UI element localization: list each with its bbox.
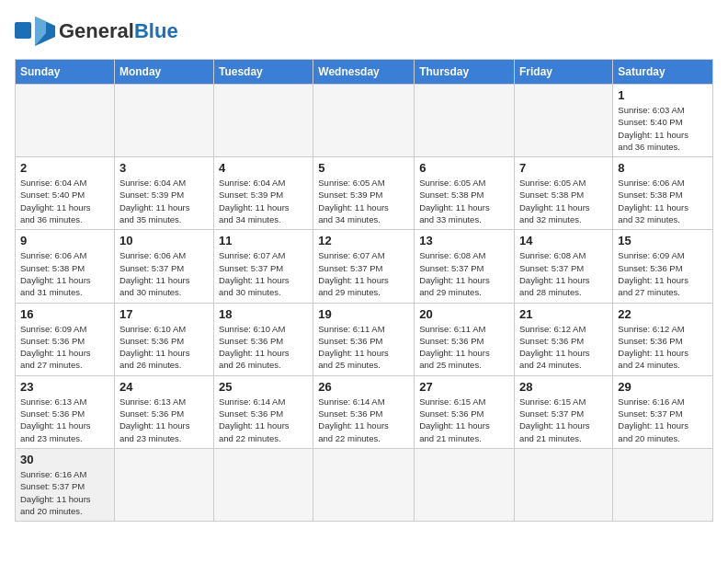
day-number: 15 (618, 234, 708, 247)
calendar-cell (415, 85, 515, 157)
calendar-cell: 20Sunrise: 6:11 AM Sunset: 5:36 PM Dayli… (415, 303, 515, 375)
calendar-cell: 29Sunrise: 6:16 AM Sunset: 5:37 PM Dayli… (613, 375, 713, 448)
calendar-cell (114, 85, 213, 157)
day-info: Sunrise: 6:14 AM Sunset: 5:36 PM Dayligh… (219, 396, 308, 444)
calendar-cell: 30Sunrise: 6:16 AM Sunset: 5:37 PM Dayli… (16, 448, 115, 521)
day-number: 21 (519, 307, 608, 321)
day-number: 18 (219, 307, 308, 321)
day-number: 1 (618, 88, 708, 102)
day-number: 25 (219, 380, 308, 394)
day-number: 19 (318, 307, 409, 321)
calendar-cell: 12Sunrise: 6:07 AM Sunset: 5:37 PM Dayli… (313, 230, 415, 303)
calendar-cell: 25Sunrise: 6:14 AM Sunset: 5:36 PM Dayli… (213, 375, 313, 448)
weekday-header-wednesday: Wednesday (313, 60, 415, 85)
day-number: 2 (20, 161, 109, 175)
day-number: 22 (618, 307, 708, 321)
calendar-cell (114, 448, 213, 521)
calendar-cell: 5Sunrise: 6:05 AM Sunset: 5:39 PM Daylig… (313, 157, 415, 230)
day-info: Sunrise: 6:07 AM Sunset: 5:37 PM Dayligh… (318, 249, 409, 298)
calendar-cell: 22Sunrise: 6:12 AM Sunset: 5:36 PM Dayli… (613, 303, 713, 375)
day-number: 16 (20, 307, 109, 321)
page-header: GeneralBlue (15, 15, 713, 48)
day-info: Sunrise: 6:04 AM Sunset: 5:39 PM Dayligh… (219, 177, 308, 225)
day-info: Sunrise: 6:08 AM Sunset: 5:37 PM Dayligh… (419, 249, 509, 298)
calendar-cell: 21Sunrise: 6:12 AM Sunset: 5:36 PM Dayli… (515, 303, 613, 375)
logo-text: GeneralBlue (59, 19, 178, 42)
svg-rect-0 (15, 22, 31, 39)
calendar-cell: 7Sunrise: 6:05 AM Sunset: 5:38 PM Daylig… (515, 157, 613, 230)
calendar-cell: 13Sunrise: 6:08 AM Sunset: 5:37 PM Dayli… (415, 230, 515, 303)
weekday-header-tuesday: Tuesday (213, 60, 313, 85)
day-number: 8 (618, 161, 708, 175)
day-number: 27 (419, 380, 509, 394)
calendar-cell: 2Sunrise: 6:04 AM Sunset: 5:40 PM Daylig… (16, 157, 115, 230)
day-info: Sunrise: 6:13 AM Sunset: 5:36 PM Dayligh… (119, 396, 209, 444)
day-info: Sunrise: 6:13 AM Sunset: 5:36 PM Dayligh… (20, 396, 109, 444)
day-number: 9 (20, 234, 109, 247)
weekday-header-saturday: Saturday (613, 60, 713, 85)
calendar-cell: 18Sunrise: 6:10 AM Sunset: 5:36 PM Dayli… (213, 303, 313, 375)
calendar-cell: 9Sunrise: 6:06 AM Sunset: 5:38 PM Daylig… (16, 230, 115, 303)
weekday-header-friday: Friday (515, 60, 613, 85)
day-info: Sunrise: 6:05 AM Sunset: 5:38 PM Dayligh… (419, 177, 509, 225)
calendar-cell (213, 448, 313, 521)
day-info: Sunrise: 6:16 AM Sunset: 5:37 PM Dayligh… (618, 396, 708, 444)
day-info: Sunrise: 6:03 AM Sunset: 5:40 PM Dayligh… (618, 104, 708, 153)
calendar-cell: 3Sunrise: 6:04 AM Sunset: 5:39 PM Daylig… (114, 157, 213, 230)
day-info: Sunrise: 6:10 AM Sunset: 5:36 PM Dayligh… (219, 323, 308, 372)
day-info: Sunrise: 6:08 AM Sunset: 5:37 PM Dayligh… (519, 249, 608, 298)
day-number: 30 (20, 453, 109, 466)
day-info: Sunrise: 6:15 AM Sunset: 5:37 PM Dayligh… (519, 396, 608, 444)
calendar-cell: 10Sunrise: 6:06 AM Sunset: 5:37 PM Dayli… (114, 230, 213, 303)
calendar-cell (515, 448, 613, 521)
day-info: Sunrise: 6:06 AM Sunset: 5:37 PM Dayligh… (119, 249, 209, 298)
day-number: 10 (119, 234, 209, 247)
calendar-cell (213, 85, 313, 157)
day-info: Sunrise: 6:10 AM Sunset: 5:36 PM Dayligh… (119, 323, 209, 372)
day-number: 20 (419, 307, 509, 321)
day-info: Sunrise: 6:04 AM Sunset: 5:39 PM Dayligh… (119, 177, 209, 225)
day-number: 4 (219, 161, 308, 175)
day-info: Sunrise: 6:11 AM Sunset: 5:36 PM Dayligh… (419, 323, 509, 372)
logo: GeneralBlue (15, 15, 178, 48)
day-number: 5 (318, 161, 409, 175)
day-number: 17 (119, 307, 209, 321)
weekday-header-monday: Monday (114, 60, 213, 85)
day-info: Sunrise: 6:11 AM Sunset: 5:36 PM Dayligh… (318, 323, 409, 372)
calendar-cell (515, 85, 613, 157)
calendar-cell: 19Sunrise: 6:11 AM Sunset: 5:36 PM Dayli… (313, 303, 415, 375)
day-number: 23 (20, 380, 109, 394)
weekday-header-thursday: Thursday (415, 60, 515, 85)
day-info: Sunrise: 6:04 AM Sunset: 5:40 PM Dayligh… (20, 177, 109, 225)
day-info: Sunrise: 6:12 AM Sunset: 5:36 PM Dayligh… (618, 323, 708, 372)
day-info: Sunrise: 6:09 AM Sunset: 5:36 PM Dayligh… (20, 323, 109, 372)
calendar-table: SundayMondayTuesdayWednesdayThursdayFrid… (15, 59, 713, 522)
day-info: Sunrise: 6:15 AM Sunset: 5:36 PM Dayligh… (419, 396, 509, 444)
day-info: Sunrise: 6:05 AM Sunset: 5:38 PM Dayligh… (519, 177, 608, 225)
calendar-cell: 11Sunrise: 6:07 AM Sunset: 5:37 PM Dayli… (213, 230, 313, 303)
day-number: 6 (419, 161, 509, 175)
day-number: 13 (419, 234, 509, 247)
weekday-header-sunday: Sunday (16, 60, 115, 85)
day-number: 14 (519, 234, 608, 247)
calendar-cell: 6Sunrise: 6:05 AM Sunset: 5:38 PM Daylig… (415, 157, 515, 230)
day-number: 24 (119, 380, 209, 394)
day-info: Sunrise: 6:05 AM Sunset: 5:39 PM Dayligh… (318, 177, 409, 225)
calendar-cell: 4Sunrise: 6:04 AM Sunset: 5:39 PM Daylig… (213, 157, 313, 230)
calendar-cell (16, 85, 115, 157)
calendar-cell: 15Sunrise: 6:09 AM Sunset: 5:36 PM Dayli… (613, 230, 713, 303)
day-info: Sunrise: 6:06 AM Sunset: 5:38 PM Dayligh… (618, 177, 708, 225)
calendar-cell: 24Sunrise: 6:13 AM Sunset: 5:36 PM Dayli… (114, 375, 213, 448)
calendar-cell (415, 448, 515, 521)
calendar-cell: 28Sunrise: 6:15 AM Sunset: 5:37 PM Dayli… (515, 375, 613, 448)
calendar-cell: 27Sunrise: 6:15 AM Sunset: 5:36 PM Dayli… (415, 375, 515, 448)
day-number: 26 (318, 380, 409, 394)
day-number: 28 (519, 380, 608, 394)
calendar-cell: 8Sunrise: 6:06 AM Sunset: 5:38 PM Daylig… (613, 157, 713, 230)
day-info: Sunrise: 6:14 AM Sunset: 5:36 PM Dayligh… (318, 396, 409, 444)
day-number: 12 (318, 234, 409, 247)
calendar-cell: 23Sunrise: 6:13 AM Sunset: 5:36 PM Dayli… (16, 375, 115, 448)
calendar-cell: 1Sunrise: 6:03 AM Sunset: 5:40 PM Daylig… (613, 85, 713, 157)
day-info: Sunrise: 6:12 AM Sunset: 5:36 PM Dayligh… (519, 323, 608, 372)
logo-icon (15, 15, 55, 48)
